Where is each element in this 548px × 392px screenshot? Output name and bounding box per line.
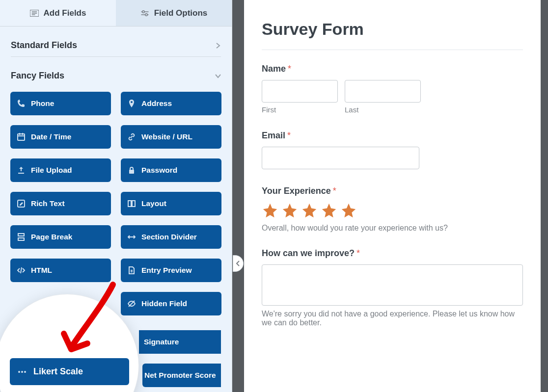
label-name: Name* [262,64,523,74]
lock-icon [128,166,136,174]
tab-add-fields[interactable]: Add Fields [0,0,116,26]
field-layout[interactable]: Layout [121,192,221,215]
phone-icon [17,100,25,107]
svg-rect-12 [129,170,134,174]
section-header-fancy[interactable]: Fancy Fields [11,65,221,87]
star-icon[interactable] [262,202,278,219]
section-standard-fields: Standard Fields [0,26,232,57]
field-label: Section Divider [141,233,197,241]
field-address[interactable]: Address [121,92,221,115]
sublabel-first: First [262,105,338,114]
ellipsis-icon [18,370,27,373]
tab-field-options[interactable]: Field Options [116,0,232,26]
section-title: Standard Fields [11,40,77,51]
chevron-right-icon [215,43,221,49]
field-label: Layout [141,199,166,208]
required-marker: * [288,64,291,74]
field-label: Net Promoter Score [144,371,216,380]
fancy-fields-grid: Phone Address Date / Time Website / URL … [0,89,232,315]
form-preview: Survey Form Name* First Last Email* Your… [244,0,541,392]
input-first-name[interactable] [262,80,338,103]
link-icon [128,133,136,141]
form-icon [30,10,39,17]
upload-icon [17,166,25,174]
required-marker: * [333,186,336,196]
section-title: Fancy Fields [11,71,64,81]
star-icon[interactable] [301,202,318,219]
map-marker-icon [128,100,136,107]
svg-point-22 [18,371,20,373]
field-label: Likert Scale [33,366,83,377]
eye-slash-icon [128,300,136,308]
columns-icon [128,200,136,208]
field-likert-scale[interactable]: Likert Scale [10,358,129,385]
svg-rect-15 [132,201,135,207]
svg-point-23 [21,371,23,373]
field-label: Password [141,166,177,175]
code-icon [17,266,25,274]
label-improve: How can we improve?* [262,248,523,259]
sliders-icon [140,10,149,17]
field-entry-preview[interactable]: Entry Preview [121,259,221,282]
field-password[interactable]: Password [121,158,221,182]
edit-icon [17,200,25,208]
collapse-sidebar-handle[interactable] [233,255,244,272]
star-icon[interactable] [281,202,298,219]
field-hidden-field[interactable]: Hidden Field [121,292,221,315]
field-label: Phone [31,99,54,108]
field-signature[interactable]: Signature [139,330,221,354]
field-date-time[interactable]: Date / Time [10,125,111,149]
field-website-url[interactable]: Website / URL [121,125,221,149]
field-section-divider[interactable]: Section Divider [121,225,221,249]
field-net-promoter-score[interactable]: Net Promoter Score [142,364,221,387]
tab-label: Add Fields [44,8,86,18]
input-email[interactable] [262,147,419,169]
svg-rect-14 [128,201,131,207]
input-last-name[interactable] [345,80,421,103]
help-experience: Overall, how would you rate your experie… [262,224,523,233]
sublabel-last: Last [345,105,421,114]
svg-rect-8 [18,134,25,140]
divider [262,50,523,50]
chevron-left-icon [236,261,240,266]
svg-point-6 [142,10,144,13]
form-title: Survey Form [262,20,523,39]
field-label: Hidden Field [141,299,187,308]
section-fancy-fields: Fancy Fields [0,57,232,89]
star-icon[interactable] [340,202,357,219]
input-improve[interactable] [262,264,523,306]
field-label: HTML [31,266,52,275]
star-icon[interactable] [321,202,337,219]
tab-label: Field Options [154,8,208,18]
field-label: File Upload [31,166,72,175]
required-marker: * [356,248,360,258]
section-header-standard[interactable]: Standard Fields [11,34,221,57]
svg-point-24 [24,371,26,373]
field-label: Signature [144,338,179,346]
field-file-upload[interactable]: File Upload [10,158,111,182]
field-label: Website / URL [141,132,192,141]
star-rating[interactable] [262,202,523,219]
divider-icon [128,233,136,241]
calendar-icon [17,133,25,141]
field-rich-text[interactable]: Rich Text [10,192,111,215]
field-label: Entry Preview [141,266,192,275]
label-email: Email* [262,131,523,141]
tabs: Add Fields Field Options [0,0,232,26]
label-experience: Your Experience* [262,186,523,196]
field-label: Date / Time [31,132,71,141]
svg-point-7 [145,13,147,16]
required-marker: * [287,131,291,140]
chevron-down-icon [215,73,221,79]
svg-rect-17 [18,238,24,240]
svg-rect-16 [18,234,24,236]
pagebreak-icon [17,233,25,241]
field-label: Address [141,99,172,108]
help-improve: We're sorry you did not have a good expe… [262,310,523,327]
field-label: Rich Text [31,199,65,208]
field-page-break[interactable]: Page Break [10,225,111,249]
field-label: Page Break [31,233,72,241]
field-html[interactable]: HTML [10,259,111,282]
field-phone[interactable]: Phone [10,92,111,115]
file-icon [128,266,136,274]
